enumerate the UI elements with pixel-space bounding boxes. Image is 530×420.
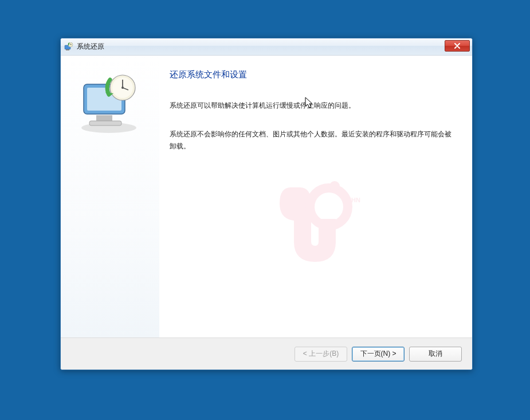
svg-point-12 [121,87,124,89]
window-title: 系统还原 [77,42,104,52]
cancel-button[interactable]: 取消 [409,347,462,362]
system-restore-illustration [73,72,147,135]
app-icon [64,42,73,52]
svg-rect-1 [66,49,69,50]
svg-rect-7 [89,121,121,125]
system-restore-window: 系统还原 [60,38,473,370]
svg-point-13 [310,188,348,226]
wizard-sidebar [61,56,159,337]
close-icon [454,43,461,49]
description-paragraph-2: 系统还原不会影响你的任何文档、图片或其他个人数据。最近安装的程序和驱动程序可能会… [170,128,452,152]
content-area: 还原系统文件和设置 系统还原可以帮助解决使计算机运行缓慢或停止响应的问题。 系统… [61,56,472,337]
wizard-footer: < 上一步(B) 下一页(N) > 取消 [61,337,472,370]
wizard-main: 还原系统文件和设置 系统还原可以帮助解决使计算机运行缓慢或停止响应的问题。 系统… [159,56,472,337]
title-bar[interactable]: 系统还原 [61,38,472,56]
description-paragraph-1: 系统还原可以帮助解决使计算机运行缓慢或停止响应的问题。 [170,100,452,111]
back-button: < 上一步(B) [295,347,347,362]
svg-point-14 [317,195,340,218]
page-heading: 还原系统文件和设置 [170,69,452,80]
watermark-text: HN [351,197,360,203]
watermark-logo: HN [274,176,368,278]
close-button[interactable] [445,40,470,52]
next-button[interactable]: 下一页(N) > [352,347,405,362]
svg-point-15 [329,181,340,191]
svg-rect-6 [96,115,112,121]
